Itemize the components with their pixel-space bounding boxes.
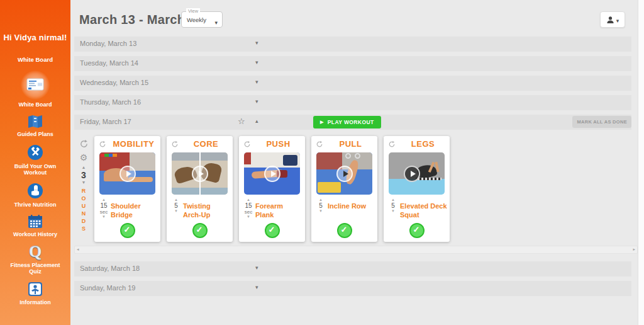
reps-stepper: 5 bbox=[170, 198, 182, 214]
day-label: Wednesday, March 15 bbox=[80, 79, 148, 86]
exercise-name[interactable]: Incline Row bbox=[328, 202, 375, 210]
chevron-down-icon[interactable] bbox=[255, 98, 258, 105]
vertical-scrollbar[interactable] bbox=[638, 0, 644, 325]
rounds-controls: ⚙ 3 ROUNDS bbox=[74, 139, 93, 233]
exercise-name[interactable]: Shoulder Bridge bbox=[111, 202, 158, 219]
day-row-thursday[interactable]: Thursday, March 16 bbox=[74, 95, 631, 110]
refresh-icon[interactable] bbox=[99, 140, 106, 148]
day-label: Tuesday, March 14 bbox=[80, 59, 138, 67]
sidebar-item-fitness-placement-quiz[interactable]: Q Fitness Placement Quiz bbox=[4, 244, 67, 275]
user-greeting: Hi Vidya nirmal! bbox=[3, 33, 67, 42]
card-category: PUSH bbox=[254, 139, 303, 149]
exercise-video-thumbnail[interactable] bbox=[389, 152, 445, 195]
reps-decrease-icon[interactable] bbox=[247, 215, 250, 219]
day-label: Sunday, March 19 bbox=[80, 284, 135, 292]
sidebar-item-label: Thrive Nutrition bbox=[14, 202, 57, 208]
reps-increase-icon[interactable] bbox=[102, 198, 106, 202]
exercise-video-thumbnail[interactable] bbox=[172, 152, 228, 195]
nutrition-icon bbox=[26, 182, 44, 200]
refresh-icon[interactable] bbox=[79, 139, 89, 149]
rounds-increase-icon[interactable] bbox=[82, 165, 86, 170]
sidebar-item-white-board[interactable]: White Board bbox=[19, 71, 52, 108]
view-select[interactable]: View Weekly bbox=[181, 11, 223, 28]
rounds-value: 3 bbox=[81, 170, 86, 180]
done-checkmark-icon[interactable] bbox=[120, 223, 135, 238]
play-workout-button[interactable]: PLAY WORKOUT bbox=[313, 116, 381, 128]
exercise-name[interactable]: Twisting Arch-Up bbox=[183, 202, 230, 219]
sidebar-item-workout-history[interactable]: Workout History bbox=[13, 214, 57, 237]
reps-decrease-icon[interactable] bbox=[319, 209, 323, 214]
sidebar-item-information[interactable]: Information bbox=[19, 281, 51, 305]
reps-stepper: 5 bbox=[315, 198, 326, 214]
chevron-down-icon[interactable] bbox=[255, 59, 258, 66]
reps-increase-icon[interactable] bbox=[391, 198, 395, 202]
exercise-name[interactable]: Elevated Deck Squat bbox=[400, 202, 447, 219]
card-category: CORE bbox=[182, 139, 230, 149]
person-icon bbox=[606, 16, 614, 24]
reps-value: 15 bbox=[245, 202, 252, 209]
sidebar-item-thrive-nutrition[interactable]: Thrive Nutrition bbox=[14, 182, 57, 208]
refresh-icon[interactable] bbox=[388, 140, 396, 148]
calendar-icon bbox=[27, 214, 43, 229]
workout-card-pull: PULL 5 bbox=[311, 136, 377, 242]
reps-value: 5 bbox=[391, 202, 395, 209]
card-category: PULL bbox=[326, 139, 375, 149]
chevron-down-icon bbox=[616, 14, 619, 25]
reps-decrease-icon[interactable] bbox=[391, 209, 395, 214]
workout-card-push: PUSH 15 sec bbox=[239, 136, 305, 242]
exercise-video-thumbnail[interactable] bbox=[244, 152, 300, 195]
sidebar-item-build-your-own-workout[interactable]: Build Your Own Workout bbox=[4, 144, 67, 176]
reps-increase-icon[interactable] bbox=[174, 198, 178, 202]
sidebar-item-whiteboard-text[interactable]: White Board bbox=[18, 56, 53, 63]
sidebar-item-label: Build Your Own Workout bbox=[4, 163, 67, 176]
refresh-icon[interactable] bbox=[316, 140, 323, 148]
reps-decrease-icon[interactable] bbox=[174, 209, 178, 214]
rounds-label: ROUNDS bbox=[80, 188, 87, 233]
quiz-q-icon: Q bbox=[29, 244, 42, 260]
whiteboard-app: Hi Vidya nirmal! White Board White Board bbox=[0, 0, 644, 325]
done-checkmark-icon[interactable] bbox=[337, 223, 352, 238]
refresh-icon[interactable] bbox=[171, 140, 179, 148]
profile-menu-button[interactable] bbox=[600, 11, 625, 28]
reps-stepper: 15 sec bbox=[243, 198, 254, 219]
chevron-down-icon[interactable] bbox=[255, 265, 258, 271]
reps-value: 15 bbox=[100, 202, 107, 209]
done-checkmark-icon[interactable] bbox=[192, 223, 208, 238]
day-row-friday[interactable]: Friday, March 17 ☆ PLAY WORKOUT MARK ALL… bbox=[74, 115, 631, 130]
chevron-down-icon[interactable] bbox=[255, 79, 258, 85]
exercise-name[interactable]: Forearm Plank bbox=[255, 202, 303, 219]
refresh-icon[interactable] bbox=[243, 140, 251, 148]
day-row-saturday[interactable]: Saturday, March 18 bbox=[74, 261, 631, 277]
reps-increase-icon[interactable] bbox=[319, 198, 323, 202]
day-row-sunday[interactable]: Sunday, March 19 bbox=[74, 281, 631, 296]
reps-increase-icon[interactable] bbox=[247, 198, 250, 202]
chevron-up-icon[interactable] bbox=[255, 118, 258, 124]
reps-decrease-icon[interactable] bbox=[102, 215, 106, 219]
exercise-video-thumbnail[interactable] bbox=[99, 152, 155, 195]
done-checkmark-icon[interactable] bbox=[265, 223, 280, 238]
day-row-monday[interactable]: Monday, March 13 bbox=[74, 37, 631, 52]
sidebar-item-label: Information bbox=[19, 299, 51, 305]
main-content: March 13 - March 19 View Weekly Monday, … bbox=[70, 0, 638, 325]
mark-all-as-done-button[interactable]: MARK ALL AS DONE bbox=[572, 116, 631, 128]
chevron-down-icon bbox=[214, 16, 218, 27]
favorite-star-icon[interactable]: ☆ bbox=[238, 117, 245, 126]
reps-value: 5 bbox=[319, 202, 323, 209]
reps-unit: sec bbox=[100, 209, 108, 215]
day-row-wednesday[interactable]: Wednesday, March 15 bbox=[74, 76, 631, 91]
workout-card-core: CORE 5 bbox=[167, 136, 233, 242]
header: March 13 - March 19 View Weekly bbox=[70, 0, 638, 37]
horizontal-scrollbar[interactable] bbox=[74, 246, 638, 254]
chevron-down-icon[interactable] bbox=[255, 40, 258, 46]
sidebar-item-label: Workout History bbox=[13, 231, 57, 237]
exercise-video-thumbnail[interactable] bbox=[316, 152, 372, 195]
play-icon bbox=[336, 166, 353, 182]
done-checkmark-icon[interactable] bbox=[409, 223, 425, 238]
sidebar-item-guided-plans[interactable]: Guided Plans bbox=[17, 114, 53, 137]
day-row-tuesday[interactable]: Tuesday, March 14 bbox=[74, 56, 631, 71]
rounds-decrease-icon[interactable] bbox=[82, 180, 86, 185]
gear-icon[interactable]: ⚙ bbox=[80, 152, 88, 162]
day-label: Monday, March 13 bbox=[80, 40, 136, 47]
chevron-down-icon[interactable] bbox=[255, 284, 258, 290]
map-icon bbox=[26, 114, 44, 129]
